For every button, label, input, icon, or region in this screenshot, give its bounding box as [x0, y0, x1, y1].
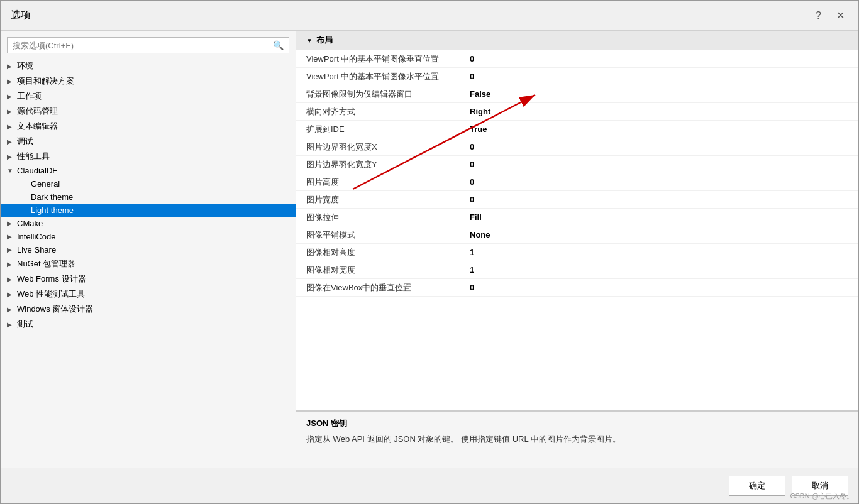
tree-item-test[interactable]: ▶测试 — [1, 317, 296, 332]
tree-item-texteditor[interactable]: ▶文本编辑器 — [1, 119, 296, 134]
tree-item-label: 环境 — [17, 60, 33, 72]
left-panel: 🔍 ▶环境▶项目和解决方案▶工作项▶源代码管理▶文本编辑器▶调试▶性能工具▼Cl… — [1, 31, 296, 468]
tree-item-label: Windows 窗体设计器 — [17, 304, 93, 315]
arrow-icon: ▶ — [7, 78, 14, 85]
arrow-icon: ▶ — [7, 306, 14, 313]
arrow-icon: ▶ — [7, 291, 14, 298]
prop-row[interactable]: 背景图像限制为仅编辑器窗口False — [296, 85, 858, 103]
prop-name: 横向对齐方式 — [296, 104, 460, 120]
description-area: JSON 密钥 指定从 Web API 返回的 JSON 对象的键。 使用指定键… — [296, 411, 858, 468]
arrow-icon: ▶ — [7, 261, 14, 268]
dialog-body: 🔍 ▶环境▶项目和解决方案▶工作项▶源代码管理▶文本编辑器▶调试▶性能工具▼Cl… — [1, 31, 858, 468]
tree-item-label: General — [31, 179, 60, 189]
prop-row[interactable]: 图片边界羽化宽度X0 — [296, 138, 858, 156]
ok-button[interactable]: 确定 — [729, 476, 785, 496]
prop-value: Right — [460, 104, 858, 119]
tree-item-project[interactable]: ▶项目和解决方案 — [1, 74, 296, 89]
prop-row[interactable]: 图像相对高度1 — [296, 244, 858, 261]
prop-value: 0 — [460, 175, 858, 189]
prop-name: 背景图像限制为仅编辑器窗口 — [296, 86, 460, 102]
tree-item-label: Live Share — [17, 245, 56, 255]
prop-name: ViewPort 中的基本平铺图像垂直位置 — [296, 51, 460, 67]
help-button[interactable]: ? — [812, 9, 825, 23]
options-dialog: 选项 ? ✕ 🔍 ▶环境▶项目和解决方案▶工作项▶源代码管理▶文本编辑器▶调试▶… — [0, 0, 859, 504]
tree-item-cmake[interactable]: ▶CMake — [1, 217, 296, 230]
prop-row[interactable]: ViewPort 中的基本平铺图像水平位置0 — [296, 68, 858, 85]
prop-value: False — [460, 87, 858, 101]
prop-name: 图片宽度 — [296, 192, 460, 208]
tree-item-label: 调试 — [17, 136, 33, 147]
section-collapse-arrow[interactable]: ▼ — [306, 37, 313, 44]
prop-row[interactable]: 图片高度0 — [296, 173, 858, 191]
prop-value: 0 — [460, 140, 858, 154]
prop-row[interactable]: 扩展到IDETrue — [296, 121, 858, 138]
prop-row[interactable]: 图像相对宽度1 — [296, 261, 858, 279]
tree-item-env[interactable]: ▶环境 — [1, 58, 296, 74]
arrow-icon: ▶ — [7, 220, 14, 227]
tree-item-label: Light theme — [31, 205, 74, 215]
tree-item-scm[interactable]: ▶源代码管理 — [1, 104, 296, 119]
prop-name: 图像相对宽度 — [296, 262, 460, 278]
search-box[interactable]: 🔍 — [7, 37, 289, 53]
prop-value: 1 — [460, 263, 858, 277]
arrow-icon: ▼ — [7, 167, 14, 174]
prop-name: 扩展到IDE — [296, 121, 460, 138]
tree-item-label: Dark theme — [31, 192, 73, 202]
title-actions: ? ✕ — [812, 8, 848, 23]
arrow-icon: ▶ — [7, 108, 14, 115]
prop-row[interactable]: 图片边界羽化宽度Y0 — [296, 156, 858, 173]
prop-name: ViewPort 中的基本平铺图像水平位置 — [296, 68, 460, 85]
tree-item-label: IntelliCode — [17, 232, 55, 241]
tree-item-darktheme[interactable]: Dark theme — [1, 190, 296, 204]
prop-row[interactable]: 图像拉伸Fill — [296, 209, 858, 226]
tree-item-label: 项目和解决方案 — [17, 75, 74, 87]
prop-name: 图片边界羽化宽度X — [296, 139, 460, 155]
prop-name: 图像拉伸 — [296, 209, 460, 226]
tree-item-winforms[interactable]: ▶Windows 窗体设计器 — [1, 302, 296, 317]
watermark: CSDN @心已入冬。 — [790, 491, 853, 501]
arrow-icon: ▶ — [7, 246, 14, 253]
prop-name: 图像相对高度 — [296, 244, 460, 261]
properties-area: ▼ 布局 ViewPort 中的基本平铺图像垂直位置0ViewPort 中的基本… — [296, 31, 858, 411]
tree-item-nuget[interactable]: ▶NuGet 包管理器 — [1, 256, 296, 271]
right-panel: ▼ 布局 ViewPort 中的基本平铺图像垂直位置0ViewPort 中的基本… — [296, 31, 858, 468]
prop-row[interactable]: 图像平铺模式None — [296, 226, 858, 244]
prop-row[interactable]: ViewPort 中的基本平铺图像垂直位置0 — [296, 50, 858, 68]
close-button[interactable]: ✕ — [833, 8, 848, 23]
tree-item-label: 性能工具 — [17, 151, 50, 162]
tree-item-webforms[interactable]: ▶Web Forms 设计器 — [1, 271, 296, 287]
prop-row[interactable]: 图像在ViewBox中的垂直位置0 — [296, 279, 858, 297]
prop-row[interactable]: 横向对齐方式Right — [296, 103, 858, 121]
properties-table: ViewPort 中的基本平铺图像垂直位置0ViewPort 中的基本平铺图像水… — [296, 50, 858, 297]
arrow-icon: ▶ — [7, 321, 14, 328]
arrow-icon: ▶ — [7, 276, 14, 283]
arrow-icon: ▶ — [7, 138, 14, 145]
prop-row[interactable]: 图片宽度0 — [296, 191, 858, 209]
prop-value: True — [460, 122, 858, 136]
tree-item-liveshare[interactable]: ▶Live Share — [1, 243, 296, 256]
arrow-icon: ▶ — [7, 93, 14, 100]
arrow-icon: ▶ — [7, 63, 14, 70]
tree-item-work[interactable]: ▶工作项 — [1, 89, 296, 104]
prop-value: Fill — [460, 210, 858, 224]
prop-value: None — [460, 227, 858, 242]
search-input[interactable] — [13, 41, 273, 50]
tree-item-label: Web Forms 设计器 — [17, 273, 86, 285]
prop-value: 0 — [460, 52, 858, 66]
dialog-footer: 确定 取消 — [1, 468, 858, 503]
arrow-icon: ▶ — [7, 153, 14, 160]
tree-item-lighttheme[interactable]: Light theme — [1, 204, 296, 217]
tree-item-claudialide[interactable]: ▼ClaudialDE — [1, 164, 296, 177]
tree-container: ▶环境▶项目和解决方案▶工作项▶源代码管理▶文本编辑器▶调试▶性能工具▼Clau… — [1, 57, 296, 468]
tree-item-webperf[interactable]: ▶Web 性能测试工具 — [1, 287, 296, 302]
tree-item-intellicode[interactable]: ▶IntelliCode — [1, 230, 296, 243]
prop-value: 1 — [460, 245, 858, 260]
dialog-title: 选项 — [11, 9, 31, 22]
tree-item-general[interactable]: General — [1, 177, 296, 190]
prop-value: 0 — [460, 69, 858, 84]
tree-item-perftools[interactable]: ▶性能工具 — [1, 149, 296, 164]
tree-item-debug[interactable]: ▶调试 — [1, 134, 296, 149]
prop-value: 0 — [460, 157, 858, 172]
description-text: 指定从 Web API 返回的 JSON 对象的键。 使用指定键值 URL 中的… — [306, 433, 848, 446]
tree-item-label: CMake — [17, 219, 43, 228]
